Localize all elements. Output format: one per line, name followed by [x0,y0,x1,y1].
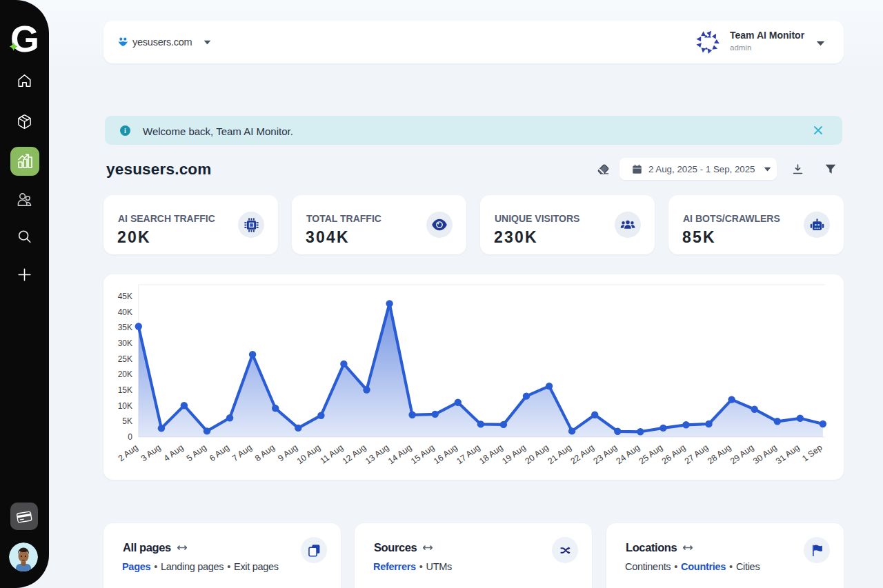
svg-text:0: 0 [128,432,132,442]
svg-text:25 Aug: 25 Aug [637,443,665,466]
svg-text:15K: 15K [118,385,132,395]
svg-text:21 Aug: 21 Aug [546,443,573,466]
svg-text:8 Aug: 8 Aug [253,443,277,463]
svg-text:30K: 30K [118,338,132,348]
svg-text:30 Aug: 30 Aug [751,443,779,466]
svg-text:25K: 25K [118,354,132,364]
svg-text:20 Aug: 20 Aug [523,443,550,466]
svg-text:31 Aug: 31 Aug [774,443,802,466]
svg-text:7 Aug: 7 Aug [230,443,254,463]
svg-text:4 Aug: 4 Aug [162,443,186,463]
svg-text:3 Aug: 3 Aug [139,443,163,463]
svg-text:24 Aug: 24 Aug [615,443,642,466]
svg-text:15 Aug: 15 Aug [409,443,437,466]
svg-text:5 Aug: 5 Aug [185,443,208,463]
svg-text:13 Aug: 13 Aug [364,443,391,466]
svg-text:17 Aug: 17 Aug [455,443,482,466]
svg-text:40K: 40K [118,307,132,317]
svg-text:6 Aug: 6 Aug [208,443,231,463]
svg-text:1 Sep: 1 Sep [800,443,824,463]
svg-text:10K: 10K [118,401,132,411]
svg-text:26 Aug: 26 Aug [660,443,688,466]
svg-text:11 Aug: 11 Aug [318,443,345,466]
svg-text:16 Aug: 16 Aug [432,443,459,466]
svg-text:12 Aug: 12 Aug [341,443,368,466]
svg-text:35K: 35K [118,323,132,332]
svg-text:5K: 5K [122,416,132,426]
svg-text:G: G [10,19,39,54]
svg-text:2 Aug: 2 Aug [117,443,140,463]
svg-text:22 Aug: 22 Aug [569,443,597,466]
svg-text:27 Aug: 27 Aug [683,443,711,466]
svg-text:45K: 45K [118,292,132,301]
svg-text:18 Aug: 18 Aug [477,443,505,466]
svg-text:10 Aug: 10 Aug [295,443,323,466]
svg-text:i: i [124,127,126,134]
svg-text:19 Aug: 19 Aug [500,443,528,466]
svg-text:14 Aug: 14 Aug [386,443,414,466]
svg-text:23 Aug: 23 Aug [592,443,619,466]
svg-text:28 Aug: 28 Aug [706,443,733,466]
svg-text:29 Aug: 29 Aug [728,443,756,466]
svg-text:20K: 20K [118,369,132,379]
